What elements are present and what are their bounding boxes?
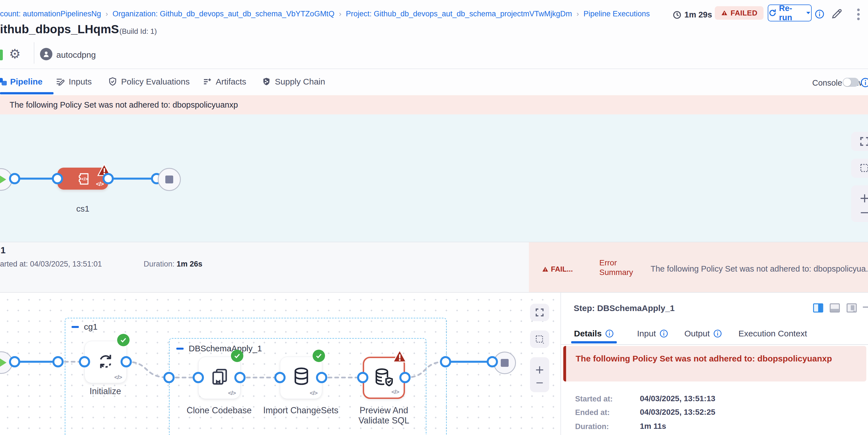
rerun-button[interactable]: Re-run (768, 4, 812, 22)
marquee-select-button[interactable] (851, 159, 868, 178)
zoom-out-button[interactable] (859, 211, 868, 214)
panel-tab-input[interactable]: Input (637, 329, 668, 338)
active-tab-underline (0, 92, 54, 94)
breadcrumb-pipeline-executions[interactable]: Pipeline Executions (584, 9, 650, 18)
duration-label: Duration: (144, 260, 177, 268)
code-mark: </> (114, 374, 122, 381)
panel-tab-details[interactable]: Details (574, 329, 614, 338)
started-at-value: 04/03/2025, 13:51:13 (640, 394, 715, 403)
shield-check-icon (107, 76, 118, 87)
tab-label: Pipeline (10, 77, 42, 87)
fullscreen-button[interactable] (851, 132, 868, 151)
tab-supply-chain[interactable]: Supply Chain (261, 76, 325, 87)
connector-ring (163, 372, 175, 383)
error-summary-label: Error Summary (599, 258, 636, 277)
code-mark: </> (392, 389, 399, 395)
fullscreen-button[interactable] (530, 304, 549, 321)
more-options-icon[interactable] (852, 7, 865, 22)
console-view-toggle[interactable] (843, 78, 859, 87)
breadcrumb-project[interactable]: Project: Github_db_devops_aut_db_schema_… (346, 9, 572, 18)
connector-ring (52, 356, 64, 367)
execution-info-icon[interactable] (814, 9, 825, 19)
tab-label: Details (574, 329, 601, 338)
gear-icon[interactable]: ⚙ (9, 46, 21, 61)
tab-policy-evaluations[interactable]: Policy Evaluations (107, 76, 190, 87)
execution-duration: 1m 29s (673, 10, 712, 20)
layout-floating-view-icon[interactable] (846, 303, 857, 313)
zoom-in-button[interactable] (535, 365, 545, 375)
tab-artifacts[interactable]: Artifacts (202, 76, 246, 87)
ended-at-value: 04/03/2025, 13:52:25 (640, 408, 715, 417)
minimize-panel-icon[interactable] (862, 306, 868, 309)
connector-ring (121, 356, 132, 367)
connector-ring (52, 173, 63, 184)
panel-tab-output[interactable]: Output (684, 329, 722, 338)
list-plus-icon (202, 76, 212, 87)
custom-stage-icon: </> (75, 172, 91, 186)
step-success-badge (313, 350, 325, 362)
stop-icon (501, 359, 508, 367)
page-title: ithub_dbops_LHqmS (0, 23, 119, 36)
stage-info-bar: 1 arted at: 04/03/2025, 13:51:01 Duratio… (0, 242, 868, 293)
trigger-user: autocdpng (56, 50, 96, 60)
connector-ring (357, 372, 368, 383)
stage-node-cs1[interactable]: </> </> (58, 168, 108, 190)
duration-value: 1m 11s (640, 422, 666, 431)
step-label-clone-codebase: Clone Codebase (180, 405, 258, 415)
panel-tab-execution-context[interactable]: Execution Context (739, 329, 807, 338)
step-panel-title: Step: DBSchemaApply_1 (574, 304, 675, 313)
stage-started-at: arted at: 04/03/2025, 13:51:01 (0, 260, 102, 269)
connector-ring (9, 173, 20, 184)
tab-label: Execution Context (739, 329, 807, 338)
clock-icon (673, 10, 682, 20)
step-label-import-changesets: Import ChangeSets (261, 405, 340, 415)
inputs-icon (55, 76, 65, 87)
zoom-in-button[interactable] (859, 193, 868, 204)
info-icon (605, 329, 614, 338)
edit-pipeline-icon[interactable] (830, 7, 843, 20)
status-badge: FAILED (715, 6, 764, 20)
fail-label: FAIL... (551, 265, 573, 274)
connector-ring (487, 356, 498, 367)
connector-ring (102, 173, 114, 184)
breadcrumb-separator-icon: › (339, 9, 341, 18)
breadcrumb-account[interactable]: count: automationPipelinesNg (0, 9, 101, 18)
code-mark: </> (310, 390, 317, 396)
fail-chip: FAIL... (542, 265, 573, 274)
breadcrumb-organization[interactable]: Organization: Github_db_devops_aut_db_sc… (112, 9, 334, 18)
error-summary-section: FAIL... Error Summary The following Poli… (529, 242, 868, 293)
connector-ring (399, 372, 411, 383)
info-icon (713, 329, 722, 338)
duration-text: 1m 29s (684, 10, 712, 20)
database-validate-icon (373, 367, 395, 389)
play-icon (0, 358, 6, 367)
ended-at-label: Ended at: (575, 408, 610, 417)
banner-text: The following Policy Set was not adhered… (9, 100, 238, 110)
connector-ring (9, 356, 20, 367)
layout-split-view-icon[interactable] (812, 303, 824, 313)
step-graph-canvas[interactable]: cg1 DBSchemaApply_1 (0, 293, 560, 435)
marquee-select-button[interactable] (530, 331, 549, 348)
step-error-box: The following Policy Set was not adhered… (563, 346, 866, 381)
connector-ring (193, 372, 204, 383)
console-info-icon[interactable] (860, 77, 868, 88)
step-failed-badge (392, 349, 407, 363)
tab-pipeline[interactable]: Pipeline (0, 76, 42, 87)
chevron-down-icon (805, 11, 811, 15)
active-tab-underline (571, 341, 617, 343)
tab-label: Policy Evaluations (121, 77, 190, 87)
duration-value: 1m 26s (177, 260, 203, 268)
divider (0, 68, 868, 69)
zoom-out-button[interactable] (535, 381, 545, 384)
pipeline-execution-page: count: automationPipelinesNg › Organizat… (0, 0, 868, 435)
step-success-badge (117, 334, 129, 346)
step-success-badge (231, 350, 243, 362)
tab-inputs[interactable]: Inputs (55, 76, 92, 87)
pipeline-end-node (158, 168, 181, 191)
policy-violation-banner: The following Policy Set was not adhered… (0, 95, 868, 114)
stage-graph-canvas[interactable]: </> </> cs1 (0, 114, 868, 242)
error-summary-message: The following Policy Set was not adhered… (651, 264, 868, 274)
initialize-sync-icon (95, 351, 116, 372)
layout-bottom-view-icon[interactable] (829, 303, 840, 313)
step-error-text: The following Policy Set was not adhered… (576, 354, 832, 364)
